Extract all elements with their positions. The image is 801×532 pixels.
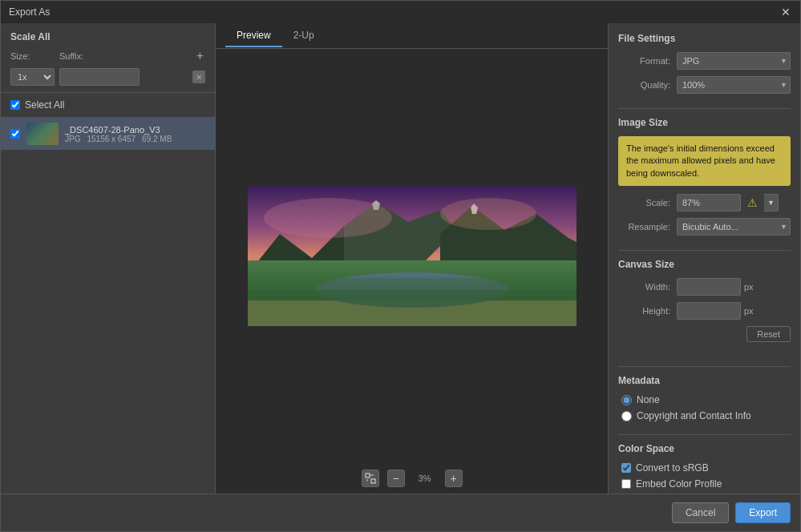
close-button[interactable]: ✕ — [779, 6, 792, 18]
zoom-in-button[interactable]: + — [445, 470, 463, 487]
center-panel: Preview 2-Up — [216, 23, 608, 494]
suffix-label: Suffix: — [59, 51, 87, 61]
metadata-copyright-radio[interactable] — [621, 411, 632, 421]
divider-1 — [618, 108, 791, 109]
scale-row: 1x 2x 3x ✕ — [10, 68, 205, 86]
main-content: Scale All Size: Suffix: + 1x 2x 3x ✕ — [1, 23, 800, 494]
size-suffix-row: Size: Suffix: + — [10, 49, 205, 63]
resample-select[interactable]: Bicubic Auto... Bicubic Bilinear Nearest… — [677, 218, 791, 236]
convert-srgb-row: Convert to sRGB — [621, 462, 791, 474]
clear-suffix-button[interactable]: ✕ — [192, 71, 205, 83]
tab-preview[interactable]: Preview — [225, 25, 282, 47]
quality-select-wrapper: 100% 90% 80% 70% ▼ — [677, 76, 791, 94]
warning-icon: ⚠ — [747, 196, 758, 209]
scale-title: Scale All — [10, 31, 205, 42]
file-settings-title: File Settings — [618, 33, 791, 44]
width-row: Width: 15156 px — [618, 278, 791, 296]
scale-input-group: ⚠ ▼ — [677, 194, 779, 212]
reset-row: Reset — [618, 326, 791, 350]
export-dialog: Export As ✕ Scale All Size: Suffix: + 1x… — [0, 0, 801, 532]
file-checkbox[interactable] — [10, 129, 20, 139]
color-space-title: Color Space — [618, 443, 791, 454]
select-all-label: Select All — [25, 99, 64, 111]
convert-srgb-label: Convert to sRGB — [636, 462, 709, 474]
tab-two-up[interactable]: 2-Up — [282, 25, 326, 47]
quality-select[interactable]: 100% 90% 80% 70% — [677, 76, 791, 94]
title-bar: Export As ✕ — [1, 1, 800, 23]
height-input[interactable]: 6457 — [677, 302, 741, 320]
warning-box: The image's initial dimensions exceed th… — [618, 136, 791, 186]
file-format: JPG — [65, 135, 80, 143]
svg-point-10 — [264, 198, 392, 238]
metadata-copyright-row: Copyright and Contact Info — [621, 410, 791, 421]
metadata-copyright-label: Copyright and Contact Info — [637, 410, 751, 421]
height-row: Height: 6457 px — [618, 302, 791, 320]
scale-field-row: Scale: ⚠ ▼ — [618, 194, 791, 212]
right-panel: File Settings Format: JPG PNG GIF SVG We… — [608, 23, 800, 494]
embed-profile-row: Embed Color Profile — [621, 478, 791, 490]
height-px-label: px — [744, 306, 754, 316]
scale-section: Scale All Size: Suffix: + 1x 2x 3x ✕ — [1, 23, 215, 93]
format-row: Format: JPG PNG GIF SVG WebP ▼ — [618, 52, 791, 70]
bottom-buttons: Cancel Export — [1, 494, 800, 531]
size-label: Size: — [10, 51, 38, 61]
export-button[interactable]: Export — [735, 502, 791, 523]
fit-to-screen-button[interactable] — [362, 470, 379, 487]
file-list-item[interactable]: _DSC4607-28-Pano_V3 JPG 15156 x 6457 69.… — [1, 118, 215, 150]
file-name: _DSC4607-28-Pano_V3 — [65, 125, 205, 135]
select-all-row: Select All — [1, 93, 215, 118]
divider-4 — [618, 434, 791, 435]
width-label: Width: — [618, 282, 670, 292]
width-input[interactable]: 15156 — [677, 278, 741, 296]
format-select[interactable]: JPG PNG GIF SVG WebP — [677, 52, 791, 70]
file-thumbnail — [26, 123, 59, 145]
scale-dropdown-button[interactable]: ▼ — [764, 194, 779, 212]
scale-label: Scale: — [618, 198, 670, 208]
format-select-wrapper: JPG PNG GIF SVG WebP ▼ — [677, 52, 791, 70]
preview-area — [216, 49, 608, 463]
file-meta: JPG 15156 x 6457 69.2 MB — [65, 135, 205, 143]
metadata-title: Metadata — [618, 375, 791, 386]
height-label: Height: — [618, 306, 670, 316]
file-info: _DSC4607-28-Pano_V3 JPG 15156 x 6457 69.… — [65, 125, 205, 143]
quality-row: Quality: 100% 90% 80% 70% ▼ — [618, 76, 791, 94]
dialog-title: Export As — [9, 6, 50, 18]
divider-3 — [618, 366, 791, 367]
metadata-none-radio[interactable] — [621, 395, 632, 405]
convert-srgb-checkbox[interactable] — [621, 463, 631, 473]
metadata-none-label: None — [637, 394, 660, 405]
file-list: _DSC4607-28-Pano_V3 JPG 15156 x 6457 69.… — [1, 118, 215, 494]
tabs-bar: Preview 2-Up — [216, 23, 608, 49]
zoom-out-button[interactable]: − — [387, 470, 405, 487]
svg-rect-12 — [366, 474, 370, 478]
zoom-bar: − 3% + — [216, 463, 608, 494]
reset-button[interactable]: Reset — [746, 326, 791, 342]
preview-svg — [248, 186, 576, 326]
width-px-label: px — [744, 282, 754, 292]
metadata-none-row: None — [621, 394, 791, 405]
resample-row: Resample: Bicubic Auto... Bicubic Biline… — [618, 218, 791, 236]
divider-2 — [618, 250, 791, 251]
quality-label: Quality: — [618, 80, 670, 90]
scale-input[interactable] — [677, 194, 741, 212]
embed-profile-label: Embed Color Profile — [636, 478, 722, 490]
cancel-button[interactable]: Cancel — [672, 502, 729, 523]
resample-label: Resample: — [618, 222, 670, 232]
file-size: 69.2 MB — [142, 135, 172, 143]
select-all-checkbox[interactable] — [10, 100, 20, 110]
svg-rect-13 — [371, 479, 375, 483]
zoom-level: 3% — [413, 474, 437, 483]
preview-image — [248, 186, 576, 326]
canvas-size-title: Canvas Size — [618, 259, 791, 270]
scale-select[interactable]: 1x 2x 3x — [10, 68, 55, 86]
fit-icon — [365, 473, 376, 484]
suffix-input[interactable] — [59, 68, 140, 86]
image-size-title: Image Size — [618, 117, 791, 128]
file-dimensions: 15156 x 6457 — [87, 135, 136, 143]
left-panel: Scale All Size: Suffix: + 1x 2x 3x ✕ — [1, 23, 216, 494]
format-label: Format: — [618, 56, 670, 66]
embed-profile-checkbox[interactable] — [621, 479, 631, 489]
svg-rect-9 — [248, 290, 576, 326]
add-scale-button[interactable]: + — [195, 49, 205, 63]
resample-select-wrapper: Bicubic Auto... Bicubic Bilinear Nearest… — [677, 218, 791, 236]
